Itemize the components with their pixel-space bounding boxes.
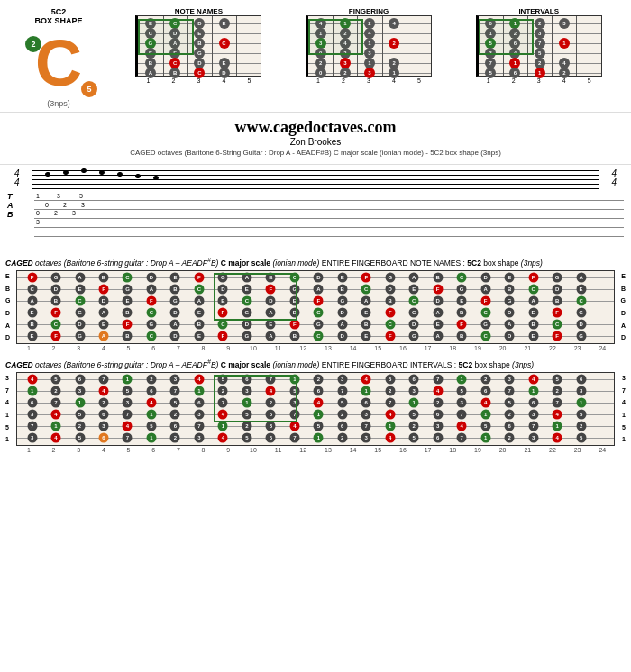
box-shape-area: 5C2 BOX SHAPE C 2 5 (3nps) bbox=[9, 7, 108, 108]
website-url: www.cagedoctaves.com bbox=[9, 118, 622, 137]
intervals-fretboard: 6 1 2 3 1 2 3 5 6 7 1 3 4 5 7 1 2 4 5 6 bbox=[476, 15, 602, 77]
box-shape-sub: (3nps) bbox=[47, 99, 70, 108]
fingering-panel: FINGERING 4 1 2 4 bbox=[286, 7, 453, 84]
intervals-fret-axis: 12345 bbox=[476, 77, 602, 84]
intervals-label: INTERVALS bbox=[518, 7, 559, 15]
fingering-fret-axis: 12345 bbox=[306, 77, 432, 84]
fingering-fretboard: 4 1 2 4 1 2 4 3 4 1 2 0 2 3 2 3 1 2 0 2 bbox=[306, 15, 432, 77]
box-shape-subtitle: BOX SHAPE bbox=[34, 16, 82, 25]
box-shape-title: 5C2 bbox=[51, 7, 67, 16]
note-names-fretboard: E C D E C D E G A B C E F G B C D bbox=[135, 15, 261, 77]
string-labels-left-intervals: 374151 bbox=[5, 372, 16, 446]
staff-notation: 4 4 4 4 bbox=[0, 165, 631, 192]
note-names-panel: NOTE NAMES E C D bbox=[115, 7, 282, 84]
diagrams-row: NOTE NAMES E C D bbox=[115, 7, 622, 84]
author-name: Zon Brookes bbox=[9, 137, 622, 147]
note-names-label: NOTE NAMES bbox=[175, 7, 223, 15]
tab-strings: 1 3 5 0 2 3 0 2 3 3 bbox=[34, 192, 624, 246]
caged-notes-title: CAGED octaves (Baritone 6-string guitar … bbox=[5, 257, 626, 268]
top-section: 5C2 BOX SHAPE C 2 5 (3nps) NOTE NAMES bbox=[0, 0, 631, 112]
fret-badge-5: 5 bbox=[81, 81, 97, 97]
fingering-label: FINGERING bbox=[349, 7, 389, 15]
c-shape-container: C 2 5 bbox=[18, 27, 99, 99]
string-labels-right-notes: EBGDAD bbox=[615, 270, 626, 344]
note-names-fret-axis: 12345 bbox=[135, 77, 261, 84]
full-fb-wrapper-notes: EBGDAD F G A B C D E F G A bbox=[5, 270, 626, 344]
caged-intervals-section: CAGED octaves (Baritone 6-string guitar … bbox=[0, 357, 631, 455]
fret-badge-2: 2 bbox=[25, 36, 41, 52]
full-fb-wrapper-intervals: 374151 4 5 6 7 1 2 3 4 5 6 7 1 2 bbox=[5, 372, 626, 446]
full-fingerboard-notes: F G A B C D E F G A B C D E F G A B C D … bbox=[16, 270, 615, 344]
intervals-panel: INTERVALS 6 1 2 3 bbox=[455, 7, 622, 84]
string-labels-right-intervals: 374151 bbox=[615, 372, 626, 446]
caged-notes-section: CAGED octaves (Baritone 6-string guitar … bbox=[0, 255, 631, 353]
tab-section: TAB 1 3 5 0 2 3 0 2 3 3 bbox=[0, 192, 631, 250]
full-fingerboard-intervals: 4 5 6 7 1 2 3 4 5 6 7 1 2 3 4 5 6 7 1 2 … bbox=[16, 372, 615, 446]
fret-numbers-notes: 123 456 789 101112 131415 161718 192021 … bbox=[16, 345, 615, 351]
c-shape-letter: C bbox=[35, 31, 82, 95]
middle-section: www.cagedoctaves.com Zon Brookes CAGED o… bbox=[0, 112, 631, 165]
description-text: CAGED octaves (Baritone 6-String Guitar … bbox=[9, 149, 622, 157]
fret-numbers-intervals: 123 456 789 101112 131415 161718 192021 … bbox=[16, 447, 615, 453]
caged-intervals-title: CAGED octaves (Baritone 6-string guitar … bbox=[5, 359, 626, 369]
string-labels-left-notes: EBGDAD bbox=[5, 270, 16, 344]
